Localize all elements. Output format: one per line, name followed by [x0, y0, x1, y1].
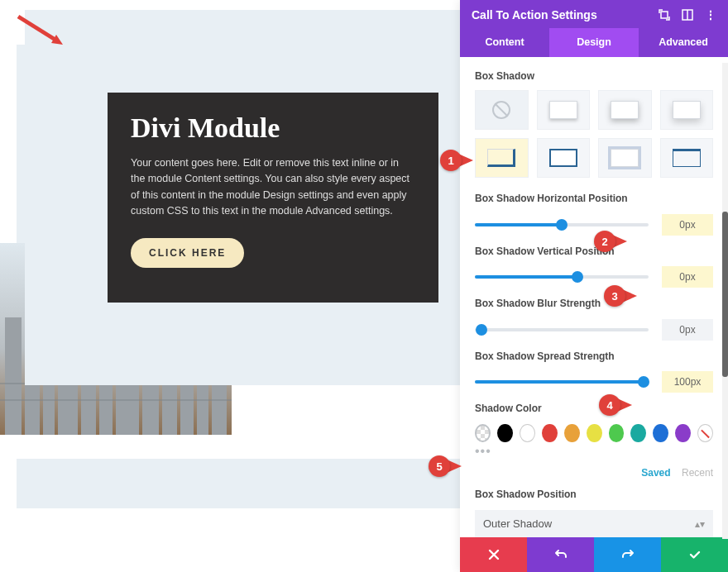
panel-footer: [460, 537, 728, 572]
svg-rect-15: [661, 12, 668, 18]
callout-3: 3: [604, 284, 645, 307]
preset-4-selected[interactable]: [475, 138, 529, 178]
callout-4: 4: [599, 393, 640, 417]
slider-label: Box Shadow Blur Strength: [475, 298, 713, 311]
slider-value[interactable]: 100px: [662, 371, 713, 393]
annotation-arrow-icon: [15, 13, 65, 46]
select-value: Outer Shadow: [483, 517, 552, 530]
slider-value[interactable]: 0px: [662, 266, 713, 288]
slider-track[interactable]: [475, 328, 649, 331]
svg-rect-11: [197, 334, 208, 435]
tab-advanced[interactable]: Advanced: [639, 28, 728, 57]
more-icon[interactable]: ⋮: [705, 9, 716, 21]
slider-track[interactable]: [475, 275, 649, 279]
swatch-green[interactable]: [609, 424, 625, 442]
shadow-color-label: Shadow Color: [475, 403, 713, 416]
chevron-updown-icon: ▴▾: [695, 518, 705, 530]
swatch-none[interactable]: [697, 424, 713, 442]
svg-rect-6: [99, 309, 113, 435]
more-colors-icon[interactable]: •••: [475, 444, 713, 459]
swatch-teal[interactable]: [630, 424, 646, 442]
swatch-yellow[interactable]: [587, 424, 602, 442]
panel-body: Box Shadow Box Shadow Horizontal Positio…: [460, 57, 728, 537]
preset-7[interactable]: [660, 138, 714, 178]
slider-track[interactable]: [475, 380, 649, 384]
vertical-scrollbar[interactable]: [722, 63, 728, 539]
redo-button[interactable]: [594, 537, 661, 572]
shadow-color-section: Shadow Color ••• Saved Recent: [475, 403, 713, 479]
preview-canvas: Divi Module Your content goes here. Edit…: [0, 0, 460, 572]
bg-block: [293, 298, 341, 377]
panel-header: Call To Action Settings ⋮ Content Design…: [460, 0, 728, 57]
color-swatches: [475, 424, 713, 442]
recent-tab[interactable]: Recent: [682, 467, 713, 479]
svg-rect-4: [58, 293, 78, 435]
tab-design[interactable]: Design: [549, 28, 639, 57]
module-title[interactable]: Divi Module: [131, 112, 415, 144]
preset-6[interactable]: [598, 138, 652, 178]
module-button[interactable]: CLICK HERE: [131, 238, 244, 268]
callout-5: 5: [429, 455, 470, 478]
swatch-purple[interactable]: [675, 424, 691, 442]
saved-tab[interactable]: Saved: [641, 467, 670, 479]
slider-spread: Box Shadow Spread Strength 100px: [475, 350, 713, 393]
swatch-black[interactable]: [497, 424, 513, 442]
tab-content[interactable]: Content: [460, 28, 549, 57]
preset-2[interactable]: [598, 90, 652, 130]
svg-rect-8: [142, 284, 159, 435]
settings-panel: Call To Action Settings ⋮ Content Design…: [460, 0, 728, 572]
preset-5[interactable]: [537, 138, 591, 178]
swatch-red[interactable]: [542, 424, 558, 442]
confirm-button[interactable]: [661, 537, 728, 572]
panel-layout-icon[interactable]: [682, 9, 693, 21]
slider-label: Box Shadow Horizontal Position: [475, 193, 713, 206]
slider-label: Box Shadow Spread Strength: [475, 350, 713, 364]
expand-icon[interactable]: [659, 9, 670, 21]
slider-blur: Box Shadow Blur Strength 0px: [475, 298, 713, 341]
callout-2: 2: [594, 230, 635, 253]
swatch-orange[interactable]: [564, 424, 580, 442]
swatch-blue[interactable]: [653, 424, 668, 442]
close-button[interactable]: [460, 537, 527, 572]
svg-rect-2: [25, 301, 40, 435]
tabs: Content Design Advanced: [460, 28, 728, 57]
slider-value[interactable]: 0px: [662, 319, 713, 341]
preset-3[interactable]: [660, 90, 714, 130]
box-shadow-position-section: Box Shadow Position Outer Shadow ▴▾: [475, 489, 713, 537]
preset-1[interactable]: [537, 90, 591, 130]
shadow-preset-grid: [475, 90, 713, 178]
box-shadow-position-select[interactable]: Outer Shadow ▴▾: [475, 510, 713, 537]
bg-block: [17, 459, 460, 508]
callout-1: 1: [440, 149, 481, 172]
undo-button[interactable]: [527, 537, 594, 572]
panel-title: Call To Action Settings: [472, 8, 597, 21]
box-shadow-label: Box Shadow: [475, 70, 713, 82]
svg-rect-5: [81, 326, 96, 435]
svg-rect-3: [43, 334, 55, 435]
svg-rect-1: [5, 317, 22, 435]
svg-rect-9: [162, 322, 177, 435]
swatch-white[interactable]: [520, 424, 535, 442]
svg-rect-12: [212, 301, 227, 435]
slider-horizontal: Box Shadow Horizontal Position 0px: [475, 193, 713, 236]
box-shadow-position-label: Box Shadow Position: [475, 489, 713, 502]
slider-track[interactable]: [475, 223, 649, 226]
cta-module[interactable]: Divi Module Your content goes here. Edit…: [108, 93, 438, 303]
module-body[interactable]: Your content goes here. Edit or remove t…: [131, 155, 415, 220]
swatch-transparent[interactable]: [475, 424, 491, 442]
svg-rect-7: [116, 342, 139, 435]
slider-value[interactable]: 0px: [662, 214, 713, 236]
preset-none[interactable]: [475, 90, 529, 130]
